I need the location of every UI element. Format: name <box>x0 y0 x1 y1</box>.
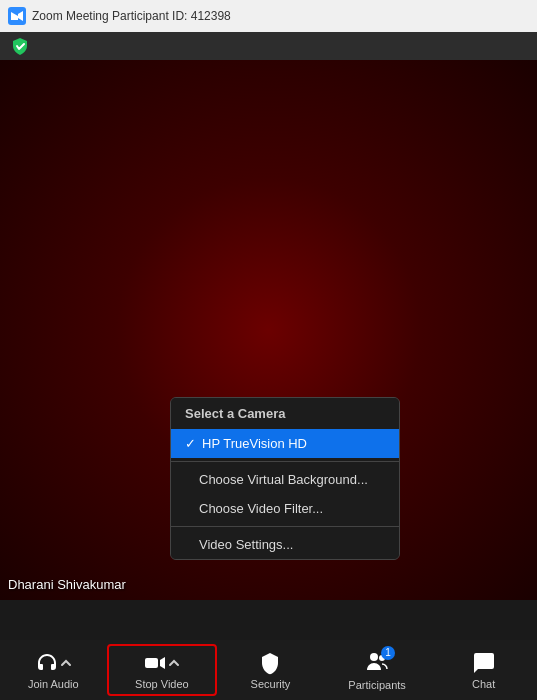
camera-menu-item-virtual-bg[interactable]: Choose Virtual Background... <box>171 465 399 494</box>
toolbar: Join Audio Stop Video Security <box>0 640 537 700</box>
headphone-icon <box>35 651 59 675</box>
security-label: Security <box>251 678 291 690</box>
security-button[interactable]: Security <box>217 640 324 700</box>
camera-menu-item-hp-truevision[interactable]: ✓ HP TrueVision HD <box>171 429 399 458</box>
participants-badge: 1 <box>381 646 395 660</box>
chevron-up-stop-video-icon[interactable] <box>168 657 180 669</box>
join-audio-button[interactable]: Join Audio <box>0 640 107 700</box>
shield-green-icon <box>10 36 30 56</box>
checkmark-icon: ✓ <box>185 436 196 451</box>
stop-video-button[interactable]: Stop Video <box>107 644 218 696</box>
camera-menu: Select a Camera ✓ HP TrueVision HD Choos… <box>170 397 400 560</box>
zoom-logo-icon <box>8 7 26 25</box>
chat-button[interactable]: Chat <box>430 640 537 700</box>
chat-label: Chat <box>472 678 495 690</box>
chat-icon <box>472 651 496 675</box>
camera-menu-item-video-settings[interactable]: Video Settings... <box>171 530 399 559</box>
menu-divider-2 <box>171 526 399 527</box>
video-area: Dharani Shivakumar Select a Camera ✓ HP … <box>0 60 537 600</box>
svg-rect-3 <box>145 658 158 668</box>
participant-name: Dharani Shivakumar <box>8 577 126 592</box>
security-status-bar <box>0 32 537 60</box>
camera-menu-item-video-filter[interactable]: Choose Video Filter... <box>171 494 399 523</box>
participants-label: Participants <box>348 679 405 691</box>
svg-point-5 <box>370 653 378 661</box>
security-shield-icon <box>258 651 282 675</box>
title-bar-text: Zoom Meeting Participant ID: 412398 <box>32 9 231 23</box>
camera-menu-item-hp-label: HP TrueVision HD <box>202 436 307 451</box>
participants-button[interactable]: 1 Participants <box>324 640 431 700</box>
camera-menu-header: Select a Camera <box>171 398 399 429</box>
chevron-up-join-audio-icon[interactable] <box>60 657 72 669</box>
title-bar: Zoom Meeting Participant ID: 412398 <box>0 0 537 32</box>
join-audio-label: Join Audio <box>28 678 79 690</box>
video-icon <box>143 651 167 675</box>
svg-marker-4 <box>160 657 165 669</box>
stop-video-label: Stop Video <box>135 678 189 690</box>
menu-divider-1 <box>171 461 399 462</box>
